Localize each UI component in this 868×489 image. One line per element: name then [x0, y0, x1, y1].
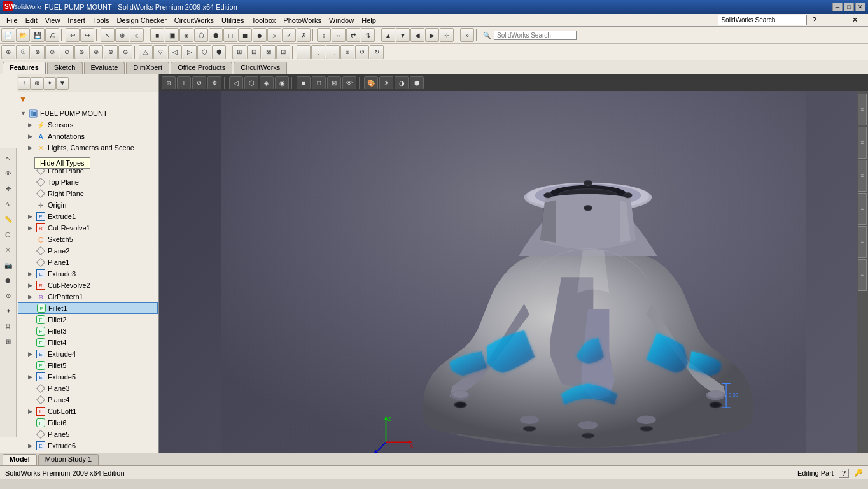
tb-btn-11[interactable]: ✗ [297, 28, 311, 42]
lights-expand[interactable]: ▶ [28, 145, 36, 151]
menu-view[interactable]: View [41, 15, 64, 25]
side-icon-measure[interactable]: 📏 [1, 212, 15, 226]
menu-file[interactable]: File [3, 15, 22, 25]
tb2-btn-18[interactable]: ⊠ [262, 45, 276, 59]
tree-root[interactable]: ▼ FUEL PUMP MOUNT [18, 108, 158, 119]
more-button[interactable]: » [460, 28, 474, 42]
menu-tools[interactable]: Tools [89, 15, 113, 25]
vp-display-style[interactable]: ■ [297, 76, 311, 89]
minimize-icon[interactable]: ─ [822, 15, 834, 25]
tree-plane2[interactable]: Plane2 [18, 245, 158, 257]
redo-button[interactable]: ↪ [80, 28, 94, 42]
vp-view-orient2[interactable]: ◉ [275, 76, 289, 89]
side-icon-material[interactable]: ⬢ [1, 273, 15, 287]
print-button[interactable]: 🖨 [45, 28, 59, 42]
snap-button[interactable]: ⧆ [340, 45, 354, 59]
tb-btn-18[interactable]: ◀ [410, 28, 424, 42]
tree-fillet4[interactable]: F Fillet4 [18, 337, 158, 348]
tree-fillet3[interactable]: F Fillet3 [18, 325, 158, 337]
tb-btn-1[interactable]: ■ [150, 28, 164, 42]
tb-btn-7[interactable]: ◼ [238, 28, 252, 42]
tb-btn-3[interactable]: ◈ [179, 28, 193, 42]
tb2-btn-15[interactable]: ⬢ [212, 45, 226, 59]
tb2-btn-25[interactable]: ↻ [370, 45, 384, 59]
tree-extrude6[interactable]: ▶ E Extrude6 [18, 440, 158, 451]
select-button[interactable]: ↖ [101, 28, 115, 42]
vp-right-btn-1[interactable]: ≡ [858, 94, 867, 125]
cirpattern1-expand[interactable]: ▶ [28, 294, 36, 300]
vp-wireframe[interactable]: □ [312, 76, 326, 89]
tb2-btn-14[interactable]: ⬡ [197, 45, 211, 59]
tb2-btn-19[interactable]: ⊡ [276, 45, 290, 59]
sidebar-btn-2[interactable]: ⊕ [31, 77, 43, 90]
tree-extrude3[interactable]: ▶ E Extrude3 [18, 268, 158, 280]
vp-view-orient[interactable]: ◈ [260, 76, 274, 89]
menu-photoworks[interactable]: PhotoWorks [279, 15, 325, 25]
tb2-btn-10[interactable]: △ [139, 45, 153, 59]
zoom-fit-button[interactable]: ⊕ [115, 28, 129, 42]
tree-fillet5[interactable]: F Fillet5 [18, 360, 158, 371]
sidebar-btn-1[interactable]: ↑ [18, 77, 31, 90]
tb-btn-9[interactable]: ▷ [267, 28, 281, 42]
vp-rotate[interactable]: ↺ [192, 76, 206, 89]
tree-extrude4[interactable]: ▶ E Extrude4 [18, 348, 158, 360]
tb2-btn-7[interactable]: ⊛ [89, 45, 103, 59]
close-icon[interactable]: ✕ [848, 15, 862, 25]
menu-window[interactable]: Window [325, 15, 358, 25]
tb-btn-4[interactable]: ⬡ [194, 28, 208, 42]
annotations-expand[interactable]: ▶ [28, 133, 36, 139]
vp-realview[interactable]: ⬢ [410, 76, 424, 89]
solidworks-search[interactable] [494, 31, 577, 40]
vp-standard-views[interactable]: ⬡ [244, 76, 258, 89]
side-icon-config[interactable]: ⚙ [1, 319, 15, 333]
vp-right-btn-4[interactable]: ≡ [858, 193, 867, 225]
tb2-btn-22[interactable]: ⋱ [326, 45, 340, 59]
side-icon-arrow[interactable]: ↖ [1, 151, 15, 165]
cut-revolve1-expand[interactable]: ▶ [28, 225, 36, 231]
vp-scene[interactable]: ☀ [379, 76, 393, 89]
vp-right-btn-2[interactable]: ≡ [858, 127, 867, 159]
tree-fillet2[interactable]: F Fillet2 [18, 314, 158, 325]
sidebar-btn-4[interactable]: ▼ [56, 77, 69, 90]
tree-cut-revolve2[interactable]: ▶ R Cut-Revolve2 [18, 280, 158, 291]
side-icon-solidworks[interactable]: ⊙ [1, 288, 15, 302]
tab-features[interactable]: Features [3, 62, 46, 74]
tree-plane3[interactable]: Plane3 [18, 383, 158, 394]
vp-prev-view[interactable]: ◁ [229, 76, 243, 89]
vp-shadows[interactable]: ◑ [395, 76, 409, 89]
tb2-btn-9[interactable]: ⊝ [118, 45, 132, 59]
extrude6-expand[interactable]: ▶ [28, 443, 36, 449]
tree-annotations[interactable]: ▶ A Annotations [18, 131, 158, 142]
filter-icon[interactable]: ▼ [19, 95, 27, 104]
tb2-btn-21[interactable]: ⋮ [311, 45, 325, 59]
tab-evaluate[interactable]: Evaluate [84, 62, 125, 74]
cut-revolve2-expand[interactable]: ▶ [28, 282, 36, 288]
restore-icon[interactable]: □ [835, 15, 847, 25]
menu-utilities[interactable]: Utilities [218, 15, 248, 25]
extrude3-expand[interactable]: ▶ [28, 271, 36, 277]
status-info-icon[interactable]: 🔑 [854, 469, 863, 477]
tree-cut-loft1[interactable]: ▶ L Cut-Loft1 [18, 406, 158, 417]
side-icon-move[interactable]: ✥ [1, 181, 15, 195]
vp-hide-show[interactable]: 👁 [342, 76, 356, 89]
tab-dimxpert[interactable]: DimXpert [126, 62, 169, 74]
tree-fillet6[interactable]: F Fillet6 [18, 417, 158, 429]
tree-extrude5[interactable]: ▶ E Extrude5 [18, 371, 158, 383]
tree-top-plane[interactable]: Top Plane [18, 176, 158, 188]
save-button[interactable]: 💾 [31, 28, 45, 42]
side-icon-camera[interactable]: 📷 [1, 258, 15, 272]
previous-view-button[interactable]: ◁ [130, 28, 144, 42]
sensors-expand[interactable]: ▶ [28, 122, 36, 128]
tb-btn-15[interactable]: ⇅ [361, 28, 375, 42]
tb2-btn-12[interactable]: ◁ [168, 45, 182, 59]
bottom-tab-model[interactable]: Model [3, 454, 37, 465]
tb-btn-5[interactable]: ⬢ [209, 28, 223, 42]
viewport[interactable]: ⊕ + ↺ ✥ ◁ ⬡ ◈ ◉ ■ □ ⊠ 👁 🎨 ☀ ◑ ⬢ [159, 74, 868, 453]
tree-cirpattern1[interactable]: ▶ ⊛ CirPattern1 [18, 291, 158, 302]
vp-appearance[interactable]: 🎨 [364, 76, 378, 89]
menu-insert[interactable]: Insert [64, 15, 89, 25]
tree-sensors[interactable]: ▶ ⚡ Sensors [18, 119, 158, 131]
tree-plane1[interactable]: Plane1 [18, 257, 158, 268]
tab-sketch[interactable]: Sketch [47, 62, 83, 74]
tree-lights[interactable]: ▶ ☀ Lights, Cameras and Scene [18, 142, 158, 153]
